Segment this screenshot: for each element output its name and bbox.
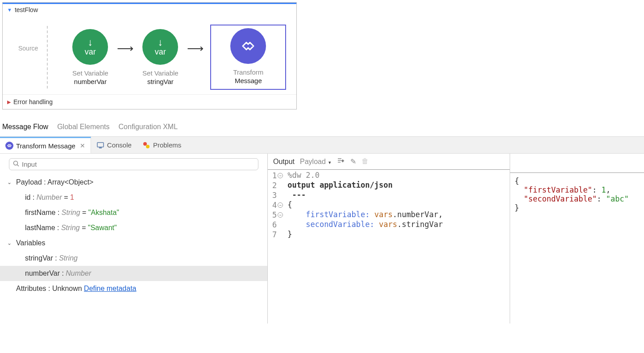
search-icon — [13, 160, 19, 168]
error-handling-section[interactable]: ▶ Error handling — [3, 94, 296, 109]
field-eq: = — [62, 193, 70, 201]
code-token: .stringVar — [397, 220, 443, 229]
field-value: "Sawant" — [88, 224, 117, 231]
tab-problems[interactable]: Problems — [137, 137, 187, 153]
code-line: output application/json — [287, 181, 443, 190]
expand-triangle-icon[interactable]: ▶ — [7, 99, 11, 105]
flow-node-set-variable-1[interactable]: ↓ var Set Variable numberVar — [61, 29, 119, 85]
code-line: --- — [287, 190, 443, 200]
set-variable-icon: ↓ var — [142, 29, 178, 65]
fold-icon[interactable]: − — [278, 212, 283, 218]
variable-numbervar[interactable]: numberVar : Number — [0, 266, 267, 281]
bottom-panel-tabs: Transform Message ✕ Console Problems — [0, 137, 644, 154]
variables-node[interactable]: ⌄ Variables — [0, 235, 267, 251]
payload-field-firstname[interactable]: firstName : String = "Akshata" — [0, 205, 267, 220]
field-type: String — [62, 209, 80, 216]
code-line: } — [287, 230, 443, 240]
tab-message-flow[interactable]: Message Flow — [2, 123, 48, 131]
tab-label: Transform Message — [16, 142, 75, 150]
input-search[interactable] — [9, 158, 258, 170]
code-token: firstVariable: — [287, 210, 374, 219]
transform-message-icon — [5, 142, 13, 150]
attributes-node[interactable]: Attributes : Unknown Define metadata — [0, 281, 267, 296]
field-name: lastName : — [25, 224, 61, 231]
preview-line: "secondVariable": "abc" — [515, 194, 640, 203]
add-target-icon[interactable] — [337, 157, 345, 166]
svg-line-5 — [17, 165, 19, 167]
set-variable-icon: ↓ var — [72, 29, 108, 65]
field-eq: = — [80, 209, 88, 216]
svg-point-2 — [143, 142, 147, 146]
flow-name: testFlow — [15, 6, 38, 13]
field-type: Number — [37, 193, 62, 201]
tab-transform-message[interactable]: Transform Message ✕ — [0, 137, 91, 153]
problems-icon — [142, 141, 150, 149]
tab-global-elements[interactable]: Global Elements — [57, 123, 109, 131]
field-type: String — [61, 224, 80, 231]
output-code-panel: Output Payload ▼ ✎ 🗑 1− 2 3 4− 5− 6 7 — [268, 154, 510, 324]
var-type: String — [59, 254, 78, 262]
fold-icon[interactable]: − — [278, 173, 283, 178]
code-content[interactable]: %dw 2.0 output application/json --- { fi… — [285, 170, 443, 240]
preview-panel: { "firstVariable": 1, "secondVariable": … — [510, 172, 644, 324]
delete-icon[interactable]: 🗑 — [361, 157, 369, 166]
chevron-down-icon[interactable]: ⌄ — [7, 240, 13, 246]
output-label: Output — [273, 158, 295, 166]
flow-header[interactable]: ▼ testFlow — [3, 3, 296, 16]
node-name: numberVar — [74, 78, 107, 85]
input-panel: ⌄ Payload : Array<Object> id : Number = … — [0, 154, 268, 324]
payload-type: Array<Object> — [47, 178, 93, 186]
code-token: vars — [374, 210, 393, 219]
flow-body: Source ↓ var Set Variable numberVar ⟶ ↓ … — [3, 16, 296, 94]
chevron-down-icon[interactable]: ⌄ — [7, 179, 13, 185]
node-label: Set Variable — [142, 69, 179, 77]
svg-rect-1 — [99, 147, 102, 148]
output-target-label: Payload — [300, 158, 326, 165]
payload-label: Payload : — [16, 178, 47, 186]
field-value: 1 — [70, 193, 74, 201]
variable-stringvar[interactable]: stringVar : String — [0, 251, 267, 266]
input-tree: ⌄ Payload : Array<Object> id : Number = … — [0, 175, 267, 296]
edit-icon[interactable]: ✎ — [350, 157, 356, 166]
svg-point-3 — [146, 145, 150, 148]
variables-label: Variables — [16, 239, 46, 247]
flow-node-set-variable-2[interactable]: ↓ var Set Variable stringVar — [131, 29, 189, 85]
payload-node[interactable]: ⌄ Payload : Array<Object> — [0, 175, 267, 190]
arrow-icon: ⟶ — [187, 42, 204, 55]
field-eq: = — [80, 224, 88, 231]
close-icon[interactable]: ✕ — [80, 142, 85, 149]
transform-message-icon — [230, 28, 266, 64]
var-name: stringVar : — [25, 254, 59, 262]
svg-rect-0 — [97, 143, 104, 147]
fold-icon[interactable]: − — [278, 202, 283, 208]
error-handling-label: Error handling — [13, 98, 53, 105]
node-label: Set Variable — [72, 69, 108, 77]
payload-field-lastname[interactable]: lastName : String = "Sawant" — [0, 220, 267, 235]
define-metadata-link[interactable]: Define metadata — [84, 285, 136, 292]
output-target-dropdown[interactable]: Payload ▼ — [300, 158, 332, 166]
tab-console[interactable]: Console — [91, 137, 137, 153]
flow-node-transform-message[interactable]: Transform Message — [210, 25, 286, 90]
attributes-label: Attributes : Unknown — [16, 285, 84, 292]
flow-nodes: ↓ var Set Variable numberVar ⟶ ↓ var Set… — [48, 25, 286, 90]
node-name: stringVar — [147, 78, 174, 85]
var-type: Number — [66, 269, 91, 277]
var-name: numberVar : — [25, 269, 66, 277]
tab-label: Console — [107, 141, 132, 149]
collapse-triangle-icon[interactable]: ▼ — [7, 7, 12, 13]
flow-source-label: Source — [18, 45, 38, 52]
preview-line: } — [515, 203, 640, 212]
code-editor[interactable]: 1− 2 3 4− 5− 6 7 %dw 2.0 output applicat… — [268, 169, 510, 240]
preview-line: { — [515, 176, 640, 185]
code-token: secondVariable: — [287, 220, 379, 229]
flow-canvas: ▼ testFlow Source ↓ var Set Variable num… — [2, 2, 297, 109]
payload-field-id[interactable]: id : Number = 1 — [0, 190, 267, 205]
console-icon — [96, 141, 104, 149]
tab-label: Problems — [153, 141, 181, 149]
tab-configuration-xml[interactable]: Configuration XML — [119, 123, 178, 131]
flow-source[interactable]: Source — [9, 26, 48, 88]
field-name: firstName : — [25, 209, 62, 216]
line-gutter: 1− 2 3 4− 5− 6 7 — [268, 170, 285, 240]
input-search-field[interactable] — [22, 160, 254, 168]
field-value: "Akshata" — [88, 209, 119, 216]
